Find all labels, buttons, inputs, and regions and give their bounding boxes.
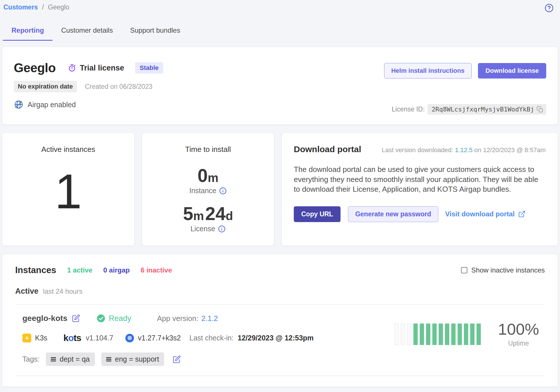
tag-label: dept = qa [60, 355, 90, 363]
app-version-label: App version: [157, 314, 199, 323]
license-id-label: License ID: [392, 105, 425, 113]
uptime-bar-filled [451, 324, 456, 345]
uptime-bars [394, 324, 481, 345]
last-checkin-value: 12/29/2023 @ 12:53pm [238, 334, 314, 342]
airgap-status: Airgap enabled [14, 100, 76, 109]
download-portal-title: Download portal [294, 144, 361, 154]
instance-time-unit: m [208, 171, 218, 185]
instance-time-label-row: Instance [142, 187, 274, 195]
kubernetes-version: v1.27.7+k3s2 [138, 334, 181, 342]
uptime-bar-filled [426, 324, 430, 345]
app-version-link[interactable]: 2.1.2 [201, 314, 218, 323]
expiration-badge: No expiration date [14, 81, 77, 92]
tag-bars-icon [50, 356, 57, 363]
time-to-install-title: Time to install [142, 145, 274, 154]
channel-badge: Stable [135, 62, 163, 74]
copy-icon[interactable] [534, 106, 543, 113]
active-instances-card: Active instances 1 [2, 133, 134, 246]
uptime-bar-filled [470, 324, 475, 345]
customer-reporting-page: Customers / Geeglo Reporting Customer de… [0, 0, 560, 392]
uptime-bar-filled [432, 324, 437, 345]
visit-download-portal-label: Visit download portal [445, 210, 515, 218]
airgap-label: Airgap enabled [28, 101, 76, 109]
license-type-label: Trial license [80, 64, 124, 72]
breadcrumb-customers-link[interactable]: Customers [3, 3, 38, 11]
helm-install-instructions-button[interactable]: Helm install instructions [384, 63, 472, 79]
last-checkin-label: Last check-in: [189, 334, 234, 342]
info-icon[interactable] [219, 187, 227, 195]
created-on-text: Created on 06/28/2023 [85, 83, 152, 91]
license-id-row: License ID: 2Rq8WLcsjfxqrMysjvB1WodYkBj [392, 104, 546, 115]
uptime-percentage: 100% [498, 321, 539, 337]
uptime-bar-filled [439, 324, 443, 345]
ready-check-icon [97, 314, 105, 323]
tab-customer-details[interactable]: Customer details [52, 22, 121, 41]
breadcrumb: Customers / Geeglo [3, 3, 558, 11]
divider [15, 376, 545, 376]
uptime-bar-empty [401, 324, 405, 345]
tag-label: eng = support [115, 355, 159, 363]
show-inactive-checkbox[interactable] [461, 267, 467, 273]
kots-logo: kots [63, 333, 81, 343]
show-inactive-toggle[interactable]: Show inactive instances [461, 266, 545, 274]
inactive-count[interactable]: 6 inactive [141, 266, 172, 274]
airgap-count[interactable]: 0 airgap [103, 266, 130, 274]
copy-url-button[interactable]: Copy URL [294, 206, 341, 222]
app-version: App version: 2.1.2 [157, 314, 218, 323]
tags-label: Tags: [22, 355, 40, 363]
kots-logo-o: o [68, 333, 74, 343]
uptime-bar-filled [413, 324, 418, 345]
tab-support-bundles[interactable]: Support bundles [121, 22, 189, 41]
license-install-time: 5m 24d [142, 205, 274, 223]
instance-time-label: Instance [189, 187, 217, 195]
uptime-bar-filled [477, 324, 481, 345]
license-time-number-2: 24 [205, 203, 225, 224]
uptime-bar-filled [420, 324, 424, 345]
last-version-link[interactable]: 1.12.5 [455, 146, 472, 154]
tag-bars-icon [105, 356, 112, 363]
download-portal-card: Download portal Last version downloaded:… [282, 133, 558, 246]
uptime-bar-empty [407, 324, 411, 345]
last-version-downloaded: Last version downloaded: 1.12.5 on 12/20… [382, 146, 546, 154]
k3s-icon [22, 334, 31, 342]
info-icon[interactable] [218, 225, 225, 233]
distribution-label: K3s [35, 334, 47, 342]
instance-status-label: Ready [109, 314, 131, 323]
edit-instance-name-icon[interactable] [72, 314, 80, 322]
generate-new-password-button[interactable]: Generate new password [348, 206, 438, 222]
download-portal-description: The download portal can be used to give … [294, 164, 546, 194]
time-to-install-card: Time to install 0m Instance 5m 24d Licen… [142, 133, 274, 246]
tab-bar: Reporting Customer details Support bundl… [2, 22, 558, 41]
active-instances-value: 1 [2, 167, 134, 216]
visit-download-portal-link[interactable]: Visit download portal [445, 210, 526, 218]
topbar: Customers / Geeglo [2, 3, 558, 14]
kubernetes-icon: ☸ [125, 334, 134, 342]
last-checkin: Last check-in: 12/29/2023 @ 12:53pm [189, 334, 314, 342]
uptime-label: Uptime [498, 340, 539, 347]
customer-name: Geeglo [14, 61, 56, 75]
last-version-label: Last version downloaded: [382, 146, 453, 154]
license-time-label: License [190, 225, 215, 233]
download-license-button[interactable]: Download license [478, 63, 546, 79]
license-time-unit-1: m [193, 209, 204, 223]
breadcrumb-separator: / [42, 3, 44, 11]
last-version-date: on 12/20/2023 @ 8:57am [474, 146, 546, 154]
show-inactive-label: Show inactive instances [471, 266, 545, 274]
breadcrumb-current: Geeglo [48, 3, 69, 11]
timer-icon [68, 64, 76, 72]
airgap-globe-icon [14, 100, 24, 109]
license-summary-card: Geeglo Trial license Stable No expiratio… [2, 47, 558, 124]
uptime-bar-filled [458, 324, 462, 345]
stats-row: Active instances 1 Time to install 0m In… [2, 133, 558, 246]
help-icon[interactable] [545, 3, 554, 13]
active-count[interactable]: 1 active [67, 266, 92, 274]
kots-logo-k: k [63, 333, 68, 343]
license-time-unit-2: d [225, 209, 233, 223]
tab-reporting[interactable]: Reporting [3, 22, 52, 41]
edit-tags-icon[interactable] [173, 355, 181, 363]
license-time-label-row: License [142, 225, 274, 233]
uptime-bar-filled [445, 324, 449, 345]
active-instances-title: Active instances [2, 145, 134, 154]
license-id-value: 2Rq8WLcsjfxqrMysjvB1WodYkBj [431, 106, 534, 113]
uptime-bar-empty [394, 324, 399, 345]
